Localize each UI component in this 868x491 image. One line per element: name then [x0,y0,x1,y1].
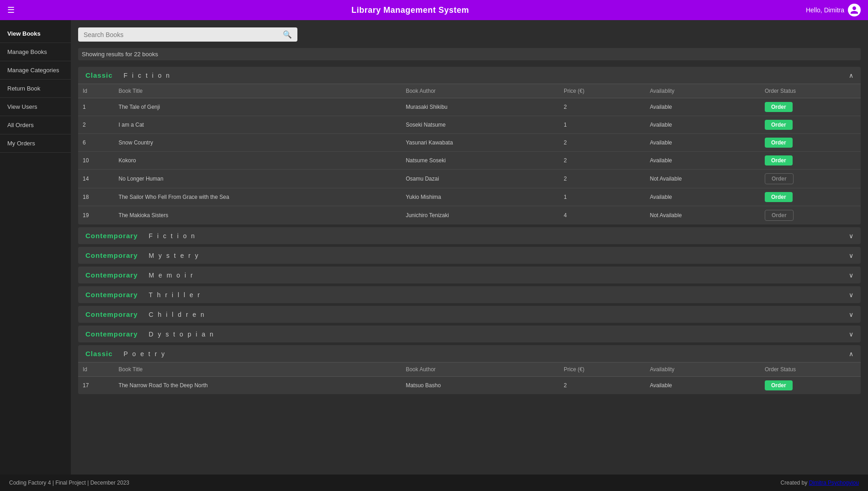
category-type: Contemporary [85,330,138,338]
cell-order: Order [760,377,861,395]
footer: Coding Factory 4 | Final Project | Decem… [0,475,868,491]
category-genre: F i c t i o n [149,232,196,240]
cell-availability: Available [645,98,760,116]
cell-id: 2 [78,116,114,134]
cell-order: Order [760,152,861,170]
section-contemporary-thriller: Contemporary T h r i l l e r ∨ [78,286,861,303]
section-header-classic-poetry[interactable]: Classic P o e t r y ∧ [78,345,861,363]
cell-id: 14 [78,170,114,188]
footer-author-link[interactable]: Dimitra Psychogyiou [809,480,859,486]
chevron-down-icon: ∨ [849,291,853,299]
order-button[interactable]: Order [765,380,793,390]
category-header-left: Classic F i c t i o n [85,71,171,79]
category-type: Contemporary [85,271,138,279]
cell-author: Natsume Soseki [401,152,559,170]
section-header-contemporary-fiction[interactable]: Contemporary F i c t i o n ∨ [78,227,861,244]
category-header-left: Contemporary T h r i l l e r [85,291,201,299]
cell-title: The Narrow Road To the Deep North [114,377,402,395]
sidebar-item-all-orders[interactable]: All Orders [0,116,71,134]
cell-author: Soseki Natsume [401,116,559,134]
table-header-row: Id Book Title Book Author Price (€) Avai… [78,84,861,98]
cell-price: 1 [559,116,646,134]
col-order: Order Status [760,84,861,98]
section-header-contemporary-thriller[interactable]: Contemporary T h r i l l e r ∨ [78,286,861,303]
category-genre: T h r i l l e r [149,291,201,299]
chevron-up-icon: ∧ [849,72,853,79]
col-price: Price (€) [559,363,646,377]
col-order: Order Status [760,363,861,377]
cell-availability: Available [645,377,760,395]
cell-title: The Sailor Who Fell From Grace with the … [114,188,402,206]
chevron-up-icon: ∧ [849,350,853,358]
order-button[interactable]: Order [765,155,793,165]
category-genre: C h i l d r e n [149,311,206,318]
search-input[interactable] [84,31,283,38]
sidebar-item-manage-books[interactable]: Manage Books [0,43,71,61]
cell-availability: Available [645,134,760,152]
cell-author: Yukio Mishima [401,188,559,206]
table-row: 6 Snow Country Yasunari Kawabata 2 Avail… [78,134,861,152]
order-button[interactable]: Order [765,120,793,130]
user-greeting: Hello, Dimitra [806,6,844,14]
category-header-left: Classic P o e t r y [85,350,166,358]
menu-icon[interactable]: ☰ [7,5,15,15]
search-icon: 🔍 [283,30,292,39]
classic-poetry-table: Id Book Title Book Author Price (€) Avai… [78,363,861,394]
col-id: Id [78,363,114,377]
section-header-contemporary-children[interactable]: Contemporary C h i l d r e n ∨ [78,306,861,323]
cell-price: 2 [559,377,646,395]
category-type: Contemporary [85,251,138,259]
cell-price: 2 [559,98,646,116]
sidebar-item-my-orders[interactable]: My Orders [0,134,71,153]
section-classic-poetry: Classic P o e t r y ∧ Id Book Title Book… [78,345,861,394]
chevron-down-icon: ∨ [849,311,853,318]
order-button[interactable]: Order [765,102,793,112]
section-contemporary-mystery: Contemporary M y s t e r y ∨ [78,247,861,264]
order-button: Order [765,173,794,184]
cell-price: 2 [559,152,646,170]
cell-order: Order [760,170,861,188]
col-title: Book Title [114,363,402,377]
cell-author: Murasaki Shikibu [401,98,559,116]
section-header-contemporary-mystery[interactable]: Contemporary M y s t e r y ∨ [78,247,861,264]
category-type: Classic [85,350,113,358]
col-title: Book Title [114,84,402,98]
order-button[interactable]: Order [765,138,793,148]
category-header-left: Contemporary M y s t e r y [85,251,200,259]
category-genre: D y s t o p i a n [149,331,215,338]
section-header-classic-fiction[interactable]: Classic F i c t i o n ∧ [78,67,861,84]
user-icon [850,5,859,15]
table-row: 2 I am a Cat Soseki Natsume 1 Available … [78,116,861,134]
col-id: Id [78,84,114,98]
order-button: Order [765,210,794,221]
cell-author: Yasunari Kawabata [401,134,559,152]
chevron-down-icon: ∨ [849,232,853,240]
section-classic-fiction: Classic F i c t i o n ∧ Id Book Title Bo… [78,67,861,224]
cell-availability: Available [645,188,760,206]
cell-id: 10 [78,152,114,170]
sidebar-item-manage-categories[interactable]: Manage Categories [0,61,71,80]
sidebar-item-view-books[interactable]: View Books [0,25,71,43]
col-availability: Availablity [645,84,760,98]
category-type: Contemporary [85,310,138,318]
section-contemporary-children: Contemporary C h i l d r e n ∨ [78,306,861,323]
sidebar-item-return-book[interactable]: Return Book [0,80,71,98]
category-genre: P o e t r y [124,350,166,358]
category-header-left: Contemporary D y s t o p i a n [85,330,215,338]
cell-id: 17 [78,377,114,395]
section-header-contemporary-memoir[interactable]: Contemporary M e m o i r ∨ [78,267,861,283]
order-button[interactable]: Order [765,192,793,202]
cell-title: Snow Country [114,134,402,152]
search-bar[interactable]: 🔍 [78,27,297,42]
sidebar-item-view-users[interactable]: View Users [0,98,71,116]
chevron-down-icon: ∨ [849,272,853,279]
category-header-left: Contemporary F i c t i o n [85,232,196,240]
avatar [848,4,861,16]
cell-price: 1 [559,188,646,206]
sidebar: View Books Manage Books Manage Categorie… [0,20,71,475]
category-header-left: Contemporary M e m o i r [85,271,194,279]
cell-availability: Available [645,152,760,170]
user-info: Hello, Dimitra [806,4,861,16]
section-header-contemporary-dystopian[interactable]: Contemporary D y s t o p i a n ∨ [78,326,861,342]
footer-left: Coding Factory 4 | Final Project | Decem… [9,480,129,486]
